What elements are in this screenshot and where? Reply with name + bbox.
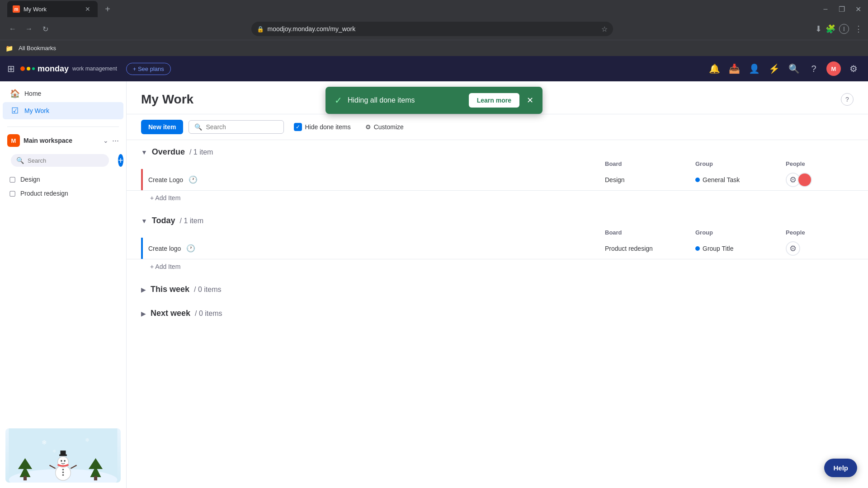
snowman-svg: ❄ ❄ ❄ (5, 428, 121, 483)
task-clock-icon-today: 🕐 (186, 244, 195, 253)
svg-point-10 (61, 460, 62, 462)
sidebar-search-input[interactable] (28, 157, 104, 164)
app-top-nav: ⊞ monday work management + See plans 🔔 📥… (0, 56, 868, 81)
app-grid-icon[interactable]: ⊞ (7, 63, 15, 74)
section-this-week-toggle[interactable]: ▶ (141, 286, 146, 293)
col-header-people-overdue: People (786, 160, 854, 167)
task-board-product-redesign: Product redesign (605, 245, 695, 252)
sidebar-nav: 🏠 Home ☑ My Work (0, 81, 126, 123)
section-today-title: Today (152, 216, 175, 225)
brand-name: monday (38, 64, 69, 74)
section-today-toggle[interactable]: ▼ (141, 217, 147, 225)
col-header-task-today (157, 229, 605, 236)
task-status-bar (141, 169, 143, 190)
tab-favicon: m (13, 5, 20, 13)
hide-done-label: Hide done items (305, 123, 350, 131)
sidebar: 🏠 Home ☑ My Work M Main workspace ⌄ ··· (0, 81, 127, 488)
brand: monday work management (20, 64, 117, 74)
sidebar-search[interactable]: 🔍 (11, 154, 109, 167)
help-fab-button[interactable]: Help (824, 459, 857, 477)
menu-icon[interactable]: ⋮ (854, 24, 863, 34)
sidebar-item-home[interactable]: 🏠 Home (3, 85, 123, 102)
section-next-week-toggle[interactable]: ▶ (141, 310, 146, 317)
settings-icon[interactable]: ⚙ (846, 61, 861, 76)
section-this-week-header[interactable]: ▶ This week / 0 items (127, 277, 868, 298)
content-area: ▼ Overdue / 1 item Board Group People (127, 140, 868, 488)
workspace-header[interactable]: M Main workspace ⌄ ··· (0, 131, 126, 150)
forward-button[interactable]: → (22, 22, 36, 36)
integrations-icon[interactable]: ⚡ (767, 61, 781, 76)
table-row[interactable]: Create Logo 🕐 Design General Task ⚙ (127, 169, 868, 191)
sidebar-add-button[interactable]: + (118, 154, 123, 167)
active-tab[interactable]: m My Work ✕ (7, 1, 98, 17)
minimize-button[interactable]: – (819, 3, 832, 15)
profile-icon[interactable]: I (839, 24, 849, 34)
table-row[interactable]: Create logo 🕐 Product redesign Group Tit… (127, 238, 868, 259)
home-icon: 🏠 (10, 89, 20, 99)
task-status-bar-blue (141, 238, 143, 259)
sidebar-bottom: ❄ ❄ ❄ (0, 423, 126, 488)
page-help-icon[interactable]: ? (841, 93, 854, 106)
customize-icon: ⚙ (365, 123, 371, 131)
workspace-icon: M (7, 134, 20, 147)
person-avatar-gear-today: ⚙ (786, 241, 800, 256)
search-icon[interactable]: 🔍 (787, 61, 801, 76)
section-overdue-count: 1 item (193, 148, 213, 156)
toolbar-search[interactable]: 🔍 (189, 120, 284, 134)
task-group-general-task: General Task (695, 176, 786, 183)
task-people-cell: ⚙ (786, 173, 854, 187)
section-overdue-header[interactable]: ▼ Overdue / 1 item (127, 140, 868, 160)
sidebar-item-my-work[interactable]: ☑ My Work (3, 102, 123, 119)
new-item-button[interactable]: New item (141, 120, 183, 134)
window-controls: – ❐ ✕ (819, 3, 864, 15)
bookmark-star-icon[interactable]: ☆ (601, 25, 608, 33)
col-header-group-overdue: Group (695, 160, 786, 167)
toast-close-button[interactable]: ✕ (527, 95, 533, 105)
invite-icon[interactable]: 👤 (747, 61, 761, 76)
tab-close-button[interactable]: ✕ (83, 5, 92, 14)
page-toolbar: New item 🔍 ✓ Hide done items ⚙ Customize (127, 114, 868, 140)
notifications-icon[interactable]: 🔔 (707, 61, 722, 76)
section-overdue: ▼ Overdue / 1 item Board Group People (127, 140, 868, 205)
person-avatar-red (797, 173, 812, 187)
sidebar-board-design[interactable]: ▢ Design (4, 172, 123, 186)
address-input[interactable] (268, 25, 598, 33)
extensions-icon[interactable]: 🧩 (826, 24, 835, 34)
brand-sub: work management (72, 66, 117, 72)
new-tab-button[interactable]: + (101, 3, 114, 15)
user-avatar[interactable]: M (826, 61, 841, 76)
toast-learn-more-button[interactable]: Learn more (469, 93, 519, 108)
section-overdue-toggle[interactable]: ▼ (141, 149, 147, 156)
help-icon[interactable]: ? (807, 61, 821, 76)
brand-dot-yellow (27, 67, 30, 70)
add-item-row-overdue[interactable]: + Add Item (127, 191, 868, 205)
brand-dot-green (32, 67, 35, 70)
all-bookmarks-link[interactable]: All Bookmarks (15, 43, 60, 53)
see-plans-button[interactable]: + See plans (126, 63, 171, 75)
toolbar-search-icon: 🔍 (194, 123, 202, 131)
maximize-button[interactable]: ❐ (835, 3, 848, 15)
bookmarks-bar: 📁 All Bookmarks (0, 40, 868, 56)
toast-message: Hiding all done items (348, 96, 463, 104)
download-icon[interactable]: ⬇ (815, 24, 822, 34)
address-input-wrap[interactable]: 🔒 ☆ (251, 22, 613, 36)
workspace-chevron-icon: ⌄ (103, 137, 108, 144)
browser-window: m My Work ✕ + – ❐ ✕ ← → ↻ 🔒 ☆ ⬇ 🧩 I (0, 0, 868, 488)
section-today-header[interactable]: ▼ Today / 1 item (127, 209, 868, 229)
col-header-task-overdue (157, 160, 605, 167)
sidebar-board-product-redesign[interactable]: ▢ Product redesign (4, 186, 123, 200)
inbox-icon[interactable]: 📥 (727, 61, 741, 76)
task-group-title: Group Title (695, 245, 786, 252)
add-item-row-today[interactable]: + Add Item (127, 259, 868, 274)
tab-title: My Work (24, 6, 80, 13)
group-dot-blue (695, 246, 700, 251)
hide-done-button[interactable]: ✓ Hide done items (289, 120, 355, 134)
refresh-button[interactable]: ↻ (38, 22, 52, 36)
customize-button[interactable]: ⚙ Customize (361, 121, 408, 133)
workspace-more-icon[interactable]: ··· (112, 136, 119, 145)
toolbar-search-input[interactable] (206, 123, 278, 131)
back-button[interactable]: ← (5, 22, 20, 36)
close-window-button[interactable]: ✕ (852, 3, 864, 15)
section-next-week-header[interactable]: ▶ Next week / 0 items (127, 301, 868, 322)
sidebar-my-work-label: My Work (24, 107, 49, 114)
